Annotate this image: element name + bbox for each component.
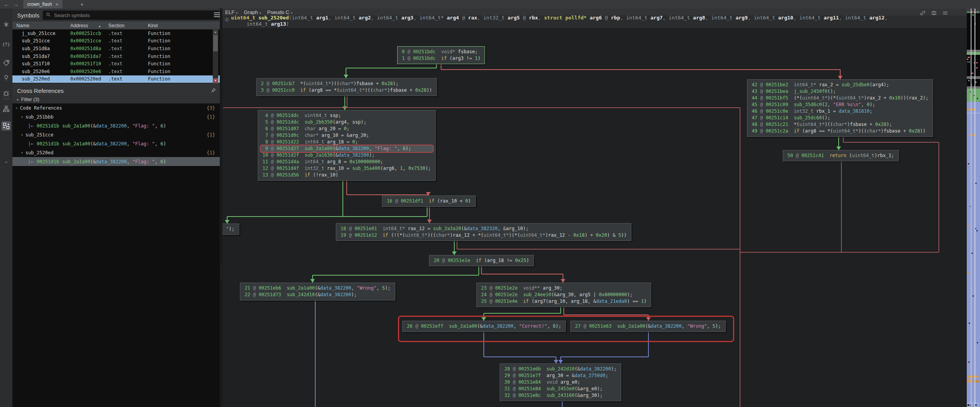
symbols-menu-icon[interactable] [214,12,220,17]
menu-graph[interactable]: Graph▾ [244,9,261,15]
symbol-search-box[interactable] [43,10,219,20]
code-line[interactable]: 30 @ 00251e84 void arg_e0; [504,379,617,386]
column-section[interactable]: Section [108,23,148,28]
code-line[interactable]: 32 @ 00251e8c sub_243160(&arg_30); [504,392,617,399]
code-line[interactable]: 22 @ 00251d73 sub_242d10(&data_382200); [245,292,391,298]
column-name[interactable]: Name [16,23,70,28]
xref-row[interactable]: |←00251d1bsub_2a1a00(&data_382200, "Flag… [12,157,220,166]
code-line[interactable]: 29 @ 00251e7f arg_30 = &data_3750d0; [504,372,617,379]
code-line[interactable]: 31 @ 00251e84 sub_2453e0(&arg_e0); [504,386,617,392]
scrollbar-thumb[interactable] [213,35,218,51]
code-line[interactable]: 11 @ 00251d4a int64_t arg_8 = 0x10000000… [262,159,431,165]
code-line[interactable]: 24 @ 00251e2e sub_24ee10(&arg_30, arg5 |… [481,292,646,298]
location-icon[interactable] [2,73,11,82]
code-line[interactable]: 8 @ 00251d22 int64_t arg_18 = 0; [262,139,431,145]
code-line[interactable]: 19 @ 00251e12 if (!(*(uint8_t*)((char*)r… [341,232,627,239]
basic-block-bpartial[interactable]: "); [222,224,239,235]
pin-icon[interactable] [210,87,217,94]
code-line[interactable]: 18 @ 00251e01 int64_t* rax_12 = sub_2a3a… [341,225,627,232]
hash-icon[interactable] [2,20,11,29]
bug-icon[interactable] [2,89,11,98]
tab-close-icon[interactable]: × [56,2,59,7]
code-line[interactable]: 4 @ 00251ddc uint64_t ssp; [262,112,431,119]
search-input[interactable] [53,12,195,19]
code-line[interactable]: 50 @ 00251c41 return (uint64_t)rbx_1; [787,152,894,159]
code-line[interactable]: 28 @ 00251e6b sub_242d10(&data_382200); [504,366,617,372]
feature-map[interactable] [967,9,980,407]
code-line[interactable]: 23 @ 00251e2e void** arg_30; [481,285,646,292]
table-row[interactable]: sub_251f100x000251f10.textFunction [12,60,220,68]
table-row[interactable]: j_sub_251cce0x000251ccb.textFunction [12,30,220,37]
basic-block-b23[interactable]: 23 @ 00251e2e void** arg_30;24 @ 00251e2… [476,283,651,307]
new-tab-button[interactable]: + [78,0,86,9]
code-line[interactable]: "); [226,226,235,232]
code-line[interactable]: 13 @ 00251d56 if (!rax_10) [262,172,431,178]
code-line[interactable]: 49 @ 00251c2a if (arg8 == *(uint64_t*)((… [752,128,928,135]
code-line[interactable]: 45 @ 00251c09 sub_35d6c0(2, "ERR %s\n", … [752,101,928,108]
code-line[interactable]: 26 @ 00251eff sub_2a1a00(&data_382200, "… [407,323,561,330]
basic-block-b42[interactable]: 42 @ 00251be2 int64_t* rax_2 = sub_25dbe… [747,79,933,137]
column-address[interactable]: Address▲ [70,23,108,28]
code-line[interactable]: 43 @ 00251bea j_sub_2450f0(); [752,88,928,95]
basic-block-b2[interactable]: 2 @ 00251cb7 *(uint64_t*)((char*)fsbase … [256,78,437,96]
table-row[interactable]: sub_2520e60x0002520e6.textFunction [12,68,220,75]
code-line[interactable]: 0 @ 00251bdc void* fsbase; [402,49,480,55]
xref-row[interactable]: |←00251d1bsub_2a1a00(&data_382200, "Flag… [12,139,220,148]
code-line[interactable]: 6 @ 00251d07 char arg_20 = 0; [262,126,431,132]
scroll-up-icon[interactable]: ▲ [213,30,218,35]
code-line[interactable]: 7 @ 00251d0c char* arg_10 = &arg_20; [262,132,431,139]
xref-group-row[interactable]: ▾Code References{3} [12,103,220,112]
panel-splitter-handle[interactable]: ······· [106,83,127,85]
table-row[interactable]: sub_251d8a0x000251d8a.textFunction [12,45,220,52]
basic-block-b4[interactable]: 4 @ 00251ddc uint64_t ssp; 5 @ 00251ddc … [258,110,436,181]
hierarchy-icon[interactable] [2,104,11,114]
xref-group-row[interactable]: ▾sub_2520ed{1} [12,148,220,157]
code-line[interactable]: 46 @ 00251c0e int32_t rbx_1 = data_38181… [752,108,928,115]
code-line[interactable]: 47 @ 00251c14 sub_25dc60(); [752,115,928,121]
code-line[interactable]: 21 @ 00251eb6 sub_2a1a00(&data_382200, "… [245,285,391,292]
code-line[interactable]: 20 @ 00251e1e if (arg_18 != 0x25) [434,257,529,264]
graph-view[interactable]: 0 @ 00251bdc void* fsbase;1 @ 00251bdc i… [222,28,967,407]
basic-block-b16[interactable]: 16 @ 00251df1 if (rax_10 < 0) [382,196,476,207]
code-line[interactable]: 42 @ 00251be2 int64_t* rax_2 = sub_25dbe… [752,82,928,88]
xrefs-filter-row[interactable]: ▸ Filter (3) [12,96,220,104]
code-line[interactable]: 16 @ 00251df1 if (rax_10 < 0) [387,198,471,204]
symbols-column-header[interactable]: Name Address▲ Section Kind [12,22,220,30]
menu-pseudo-c[interactable]: Pseudo C▾ [267,9,292,15]
splitter-handle[interactable]: ······ [220,264,222,278]
code-line[interactable]: 27 @ 00251e63 sub_2a1a00(&data_382200, "… [575,323,721,330]
code-line[interactable]: 10 @ 00251d2f sub_2a1630(&data_382200); [262,152,431,159]
scroll-down-icon[interactable]: ▼ [213,78,218,83]
basic-block-b28[interactable]: 28 @ 00251e6b sub_242d10(&data_382200);2… [500,363,621,401]
tags-icon[interactable] [2,58,11,68]
code-line[interactable]: 48 @ 00251c21 *(uint64_t*)((char*)fsbase… [752,121,928,128]
code-line[interactable]: 1 @ 00251bdc if (arg3 != 1) [402,55,480,62]
code-line[interactable]: 3 @ 00251cc0 if (arg8 == *(uint64_t*)((c… [261,87,432,94]
nav-back-button[interactable]: ← [2,0,11,9]
basic-block-b27[interactable]: 27 @ 00251e63 sub_2a1a00(&data_382200, "… [570,321,726,332]
code-line[interactable]: 2 @ 00251cb7 *(uint64_t*)((char*)fsbase … [261,80,432,87]
code-line[interactable]: 9 @ 00251d27 sub_2a1a00(&data_382200, "F… [261,145,433,152]
code-line[interactable]: 44 @ 00251bf5 (*(uint64_t*)(*(uint64_t*)… [752,95,928,101]
nav-forward-button[interactable]: → [12,0,20,9]
types-icon[interactable]: {T} [2,40,11,49]
basic-block-b20[interactable]: 20 @ 00251e1e if (arg_18 != 0x25) [429,255,534,266]
code-line[interactable]: 12 @ 00251d4f int32_t rax_10 = sub_35a40… [262,165,431,172]
xref-group-row[interactable]: ▾sub_251bbb{1} [12,112,220,121]
code-line[interactable]: 5 @ 00251ddc sub_2bb350(arg4, ssp); [262,119,431,126]
symbols-scrollbar[interactable]: ▲ ▼ [213,30,218,83]
xref-group-row[interactable]: ▾sub_251cce{1} [12,130,220,139]
xref-row[interactable]: |←00251d1bsub_2a1a00(&data_382200, "Flag… [12,121,220,130]
column-kind[interactable]: Kind [148,23,220,28]
vertical-splitter[interactable]: ······ [220,9,222,407]
basic-block-b26[interactable]: 26 @ 00251eff sub_2a1a00(&data_382200, "… [402,321,566,332]
collapse-icon[interactable] [224,17,230,22]
table-row[interactable]: sub_251cce0x000251cce.textFunction [12,37,220,45]
basic-block-b0[interactable]: 0 @ 00251bdc void* fsbase;1 @ 00251bdc i… [397,46,485,64]
table-row[interactable]: sub_251da70x000251da7.textFunction [12,52,220,60]
basic-block-b21[interactable]: 21 @ 00251eb6 sub_2a1a00(&data_382200, "… [240,283,395,300]
tab-crown-flash[interactable]: crown_flash × [23,0,63,9]
xrefs-icon[interactable] [2,121,11,131]
more-icon[interactable]: … [2,156,11,166]
menu-elf[interactable]: ELF▾ [225,9,238,15]
